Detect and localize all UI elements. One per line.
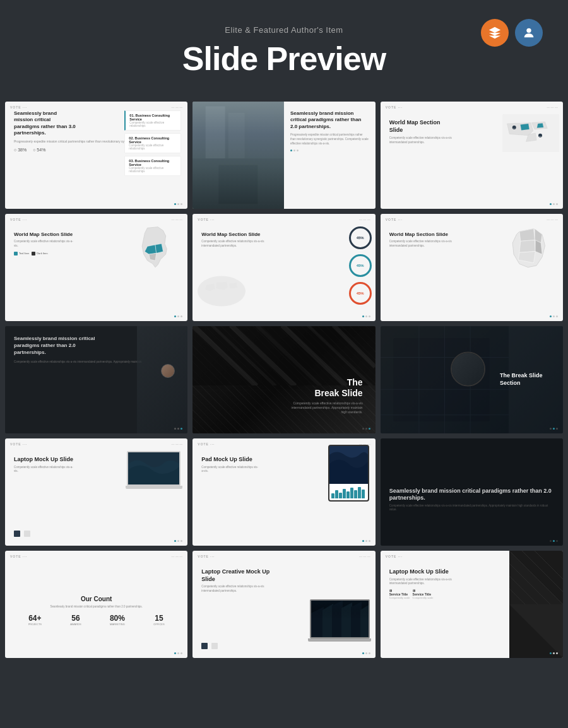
slide-1-nav: — — — [172,105,183,109]
slide-12-title: Seamlessly brand mission critical paradi… [389,488,554,502]
slide-15-device [509,551,563,658]
slide-3-title-text: World Map Section Slide [389,119,453,134]
device-img [509,551,563,658]
slide-1[interactable]: VOTE ··· — — — Seamlessly brand mission … [5,102,187,209]
slide-10[interactable]: VOTE ··· — — — Laptop Mock Up Slide Comp… [5,438,187,546]
slide-5[interactable]: VOTE ··· — — — World Map Section Slide C… [192,214,375,321]
slide-15[interactable]: VOTE ··· — — — Laptop Mock Up Slide Comp… [381,551,563,658]
slide-13-logo: VOTE ··· [10,555,27,558]
stat-projects-num: 64+ [28,614,42,623]
slide-11[interactable]: VOTE ··· — — — Pad Mock Up Slide Compete… [192,438,375,546]
bar [362,490,365,498]
slide-10-laptop [124,451,184,495]
svg-text:4%: 4% [513,127,515,129]
slide-8-dots [362,428,370,430]
slide-8-content: TheBreak Slide Competently scale effecti… [287,377,363,414]
svg-point-0 [526,28,531,33]
slide-14-laptop [307,599,373,647]
slide-12[interactable]: Seamlessly brand mission critical paradi… [381,438,563,546]
slide-14-text: Competently scale effective relationship… [201,585,271,593]
slide-2-text: Progressively expedite mission critical … [290,133,369,146]
slide-12-dots [550,540,558,542]
slide-13-stats: 64+ PROJECTS 56 AWARDS 80% MARKETING 15 … [14,614,179,626]
france-map-svg [502,223,559,286]
slide-5-logo: VOTE ··· [198,218,215,221]
slide-10-nav: — — — [172,442,183,446]
slide-5-content: World Map Section Slide Competently scal… [201,232,264,248]
slide-15-services: ⊞ Service Title Competently scale ⊞ Serv… [389,589,453,599]
slide-13-nav: — — — [172,555,183,558]
slide-15-content: Laptop Mock Up Slide Competently scale e… [389,568,453,599]
slide-3-nav: — — — [547,105,558,109]
slide-7-dots [174,428,182,430]
slide-11-dots [362,540,370,542]
card-3: 03. Business Consulting Service Competen… [124,156,181,176]
slide-13[interactable]: VOTE ··· — — — Our Count Seamlessly bran… [5,551,187,658]
service-2-text: Competently scale [413,596,434,599]
badge-person [515,19,543,47]
slide-14-bottom-icons [201,643,218,649]
stat-marketing-label: MARKETING [110,623,125,626]
bar [339,493,342,498]
slide-10-text: Competently scale effective relationship… [14,466,77,474]
slide-2-dots [290,150,369,151]
slide-7[interactable]: Seamlessly brand mission critical paradi… [5,326,187,433]
slide-6-nav: — — — [547,218,558,221]
person-icon [522,26,536,40]
card-3-title: 03. Business Consulting Service [129,159,177,167]
circle-1: 45% [349,226,372,249]
card-1-text: Competently scale effective relationship… [129,121,177,127]
slide-11-title: Pad Mock Up Slide [201,456,258,464]
svg-text:48%: 48% [539,136,542,137]
header-title: Slide Preview [13,40,555,78]
us-map-svg: 4% 48% [502,114,559,152]
slide-12-content: Seamlessly brand mission critical paradi… [389,488,554,512]
slides-grid: VOTE ··· — — — Seamlessly brand mission … [0,97,568,663]
slide-6[interactable]: VOTE ··· — — — World Map Section Slide C… [381,214,563,321]
slide-11-logo: VOTE ··· [198,442,215,446]
svg-rect-4 [248,110,274,158]
slide-7-bg [137,326,187,433]
slide-14-nav: — — — [359,555,370,558]
bar [346,491,350,498]
stat-awards-label: AWARDS [70,623,81,626]
bar [350,488,353,498]
slide-6-text: Competently scale effective relationship… [389,240,453,248]
slide-3[interactable]: VOTE ··· — — — World Map Section Slide C… [381,102,563,209]
slide-11-content: Pad Mock Up Slide Competently scale effe… [201,456,258,473]
slide-13-text: Seamlessly brand mission critical paradi… [14,605,179,609]
slide-9-content: The Break Slide Section [500,372,557,387]
legend-1: Teal Item [14,252,29,255]
slide-15-logo: VOTE ··· [386,555,403,558]
slide-1-logo: VOTE ··· [10,105,27,109]
bar [331,493,334,498]
slide-4-content: World Map Section Slide Competently scal… [14,232,77,255]
laptop-creative-screen [310,599,370,638]
slide-9[interactable]: The Break Slide Section [381,326,563,433]
slide-11-pad [328,445,369,502]
slide-5-nav: — — — [359,218,370,221]
world-map-bg [196,274,247,308]
slide-8-subtext: Competently scale effective relationship… [287,401,363,414]
slide-3-text: Competently scale effective relationship… [389,136,453,144]
slide-8[interactable]: TheBreak Slide Competently scale effecti… [192,326,375,433]
laptop-screen-img [128,452,179,484]
slide-2-photo [192,102,284,209]
slide-4-dots [174,315,182,317]
stat-marketing-num: 80% [110,614,125,623]
slide-1-cards: 01. Business Consulting Service Competen… [124,110,181,179]
slide-2[interactable]: Seamlessly brand mission critical paradi… [192,102,375,209]
card-2-title: 02. Business Consulting Service [129,136,177,144]
slide-4-legend: Teal Item Dark Item [14,252,77,255]
stat-offices: 15 OFFICES [153,614,164,626]
slide-15-dots [550,652,558,654]
circle-3: 45% [349,282,372,305]
pad-screen [329,446,368,484]
card-1-title: 01. Business Consulting Service [129,114,177,121]
badges-container [481,19,543,47]
slide-14[interactable]: VOTE ··· — — — Laptop Creative Mock Up S… [192,551,375,658]
bar [354,490,357,498]
slide-5-dots [362,315,370,317]
slide-4[interactable]: VOTE ··· — — — World Map Section Slide C… [5,214,187,321]
stat-projects-label: PROJECTS [28,623,42,626]
